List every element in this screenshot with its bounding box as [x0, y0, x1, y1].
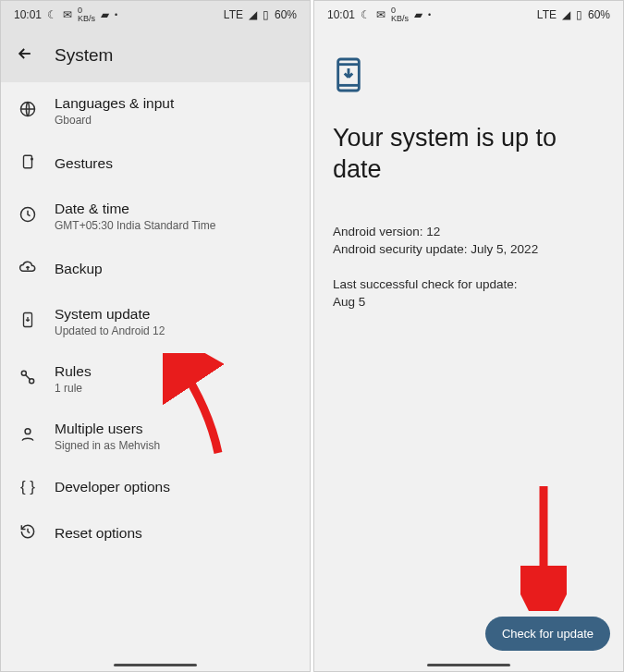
network-label: LTE — [537, 8, 557, 21]
row-backup[interactable]: Backup — [1, 245, 310, 293]
row-sub: GMT+05:30 India Standard Time — [55, 219, 293, 232]
battery-icon: ▯ — [263, 8, 269, 21]
row-title: Rules — [55, 363, 293, 380]
row-datetime[interactable]: Date & time GMT+05:30 India Standard Tim… — [1, 188, 310, 245]
globe-icon — [18, 100, 37, 122]
update-title: Your system is up to date — [333, 123, 605, 186]
info-block-lastcheck: Last successful check for update: Aug 5 — [333, 275, 605, 312]
back-icon[interactable] — [16, 44, 34, 67]
cloud-icon: ▰ — [101, 8, 109, 21]
rules-icon — [18, 368, 37, 390]
row-system-update[interactable]: System update Updated to Android 12 — [1, 293, 310, 350]
status-bar: 10:01 ☾ ✉ 0KB/s ▰ • LTE ◢ ▯ 60% — [1, 1, 310, 29]
phone-download-icon — [19, 310, 36, 334]
row-reset-options[interactable]: Reset options — [1, 509, 310, 557]
data-rate: 0KB/s — [78, 6, 95, 23]
cloud-icon: ▰ — [414, 8, 422, 21]
row-title: Reset options — [55, 525, 293, 542]
row-title: Languages & input — [55, 95, 293, 112]
row-languages[interactable]: Languages & input Gboard — [1, 82, 310, 140]
security-update: Android security update: July 5, 2022 — [333, 240, 605, 259]
settings-list: Languages & input Gboard Gestures Date &… — [1, 82, 310, 671]
row-multiple-users[interactable]: Multiple users Signed in as Mehvish — [1, 408, 310, 465]
braces-icon: { } — [20, 478, 35, 496]
row-title: Developer options — [55, 479, 293, 495]
status-time: 10:01 — [14, 8, 42, 21]
row-title: Multiple users — [55, 421, 293, 437]
page-header: System — [1, 29, 310, 82]
nav-handle[interactable] — [427, 664, 510, 666]
nav-handle[interactable] — [114, 664, 197, 666]
row-sub: Signed in as Mehvish — [55, 439, 293, 452]
info-block-version: Android version: 12 Android security upd… — [333, 223, 605, 259]
update-hero-icon — [333, 56, 605, 97]
signal-icon: ◢ — [562, 8, 570, 21]
moon-icon: ☾ — [47, 8, 57, 21]
svg-rect-1 — [24, 155, 32, 168]
status-bar: 10:01 ☾ ✉ 0KB/s ▰ • LTE ◢ ▯ 60% — [314, 1, 623, 29]
row-developer-options[interactable]: { } Developer options — [1, 465, 310, 509]
last-check-label: Last successful check for update: — [333, 275, 605, 294]
battery-percent: 60% — [588, 8, 610, 21]
row-sub: Gboard — [55, 114, 293, 127]
svg-point-2 — [31, 158, 33, 161]
row-rules[interactable]: Rules 1 rule — [1, 350, 310, 408]
battery-icon: ▯ — [576, 8, 582, 21]
battery-percent: 60% — [275, 8, 297, 21]
row-title: Gestures — [55, 155, 293, 172]
history-icon — [18, 522, 37, 544]
update-body: Your system is up to date Android versio… — [314, 29, 623, 671]
status-dot: • — [428, 10, 431, 19]
screen-system-settings: 10:01 ☾ ✉ 0KB/s ▰ • LTE ◢ ▯ 60% System L… — [0, 0, 311, 672]
network-label: LTE — [224, 8, 243, 21]
android-version: Android version: 12 — [333, 223, 605, 241]
message-icon: ✉ — [63, 8, 72, 21]
page-title: System — [55, 45, 113, 66]
person-icon — [18, 425, 37, 447]
clock-icon — [18, 205, 37, 227]
row-title: Backup — [55, 261, 293, 277]
last-check-date: Aug 5 — [333, 293, 605, 312]
gesture-icon — [19, 153, 36, 175]
data-rate: 0KB/s — [391, 6, 409, 23]
moon-icon: ☾ — [361, 8, 371, 21]
check-for-update-button[interactable]: Check for update — [485, 617, 610, 651]
row-gestures[interactable]: Gestures — [1, 140, 310, 188]
status-time: 10:01 — [327, 8, 355, 21]
row-title: System update — [55, 306, 293, 323]
row-title: Date & time — [55, 201, 293, 217]
screen-system-update: 10:01 ☾ ✉ 0KB/s ▰ • LTE ◢ ▯ 60% Your sys… — [313, 0, 624, 672]
svg-point-7 — [25, 429, 31, 434]
signal-icon: ◢ — [249, 8, 257, 21]
cloud-upload-icon — [18, 258, 38, 280]
status-dot: • — [115, 10, 117, 19]
message-icon: ✉ — [376, 8, 385, 21]
row-sub: 1 rule — [55, 382, 293, 395]
row-sub: Updated to Android 12 — [55, 324, 293, 337]
